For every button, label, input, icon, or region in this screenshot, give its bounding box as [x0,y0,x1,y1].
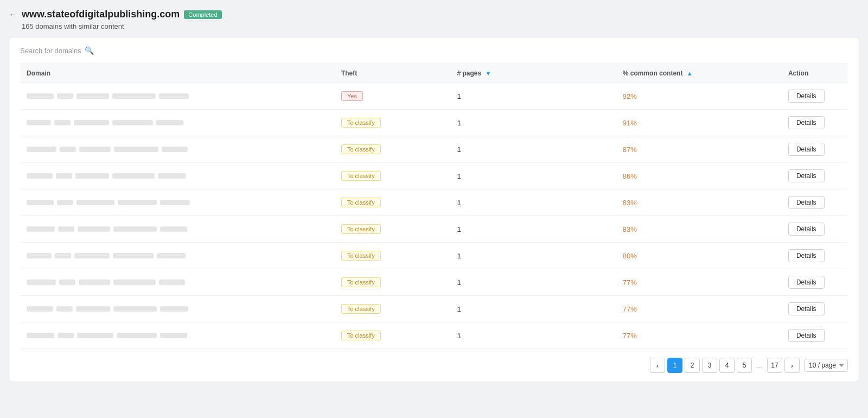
theft-badge-classify: To classify [341,171,381,181]
theft-cell: To classify [335,189,451,216]
blur-block [27,147,56,152]
table-row: To classify177%Details [20,296,848,322]
theft-cell: To classify [335,243,451,269]
blur-block [113,226,157,232]
common-pct-value: 92% [623,92,637,100]
common-pct-value: 77% [623,305,637,313]
details-button[interactable]: Details [788,249,825,262]
blur-block [157,253,186,258]
details-button[interactable]: Details [788,196,825,209]
main-card: Search for domains 🔍 Domain Theft # page… [9,37,859,382]
pages-cell: 1 [451,189,616,216]
blur-block [76,200,114,205]
action-cell: Details [782,189,848,216]
blur-block [117,333,157,338]
action-cell: Details [782,136,848,163]
pages-cell: 1 [451,216,616,243]
blur-block [27,173,53,179]
status-badge: Completed [184,10,221,19]
domain-cell [20,322,335,349]
blur-block [58,226,74,232]
pages-cell: 1 [451,136,616,163]
theft-cell: Yes [335,83,451,110]
blur-block [74,120,109,125]
blur-block [55,253,71,258]
blur-block [160,200,190,205]
blur-block [27,93,54,99]
pagination-dots: ... [754,362,765,370]
pages-cell: 1 [451,163,616,189]
blur-block [78,226,110,232]
common-pct-value: 87% [623,145,637,154]
next-page-button[interactable]: › [784,358,800,373]
blur-block [79,147,111,152]
theft-badge-classify: To classify [341,224,381,234]
domain-cell [20,216,335,243]
domain-cell [20,243,335,269]
col-header-action: Action [782,64,848,83]
page-button-3[interactable]: 3 [702,358,717,373]
details-button[interactable]: Details [788,143,825,156]
blur-block [112,120,153,125]
search-bar: Search for domains 🔍 [20,46,848,55]
theft-badge-classify: To classify [341,198,381,207]
common-content-cell: 86% [616,163,782,189]
page-button-4[interactable]: 4 [719,358,735,373]
blur-block [113,306,157,312]
theft-cell: To classify [335,322,451,349]
details-button[interactable]: Details [788,276,825,289]
blur-block [159,280,185,285]
action-cell: Details [782,296,848,322]
blur-block [27,333,54,338]
blur-block [27,253,52,258]
table-header: Domain Theft # pages ▼ % common content … [20,64,848,83]
common-content-cell: 92% [616,83,782,110]
page-button-17[interactable]: 17 [767,358,782,373]
per-page-select[interactable]: 10 / page 20 / page 50 / page [804,359,848,372]
theft-badge-classify: To classify [341,144,381,154]
common-pct-value: 77% [623,278,637,287]
common-pct-value: 77% [623,332,637,340]
details-button[interactable]: Details [788,169,825,182]
search-placeholder-text: Search for domains [20,47,81,55]
blur-block [113,280,156,285]
details-button[interactable]: Details [788,329,825,342]
blur-block [60,147,76,152]
domain-cell [20,296,335,322]
table-row: To classify186%Details [20,163,848,189]
page-button-2[interactable]: 2 [685,358,700,373]
theft-badge-classify: To classify [341,304,381,314]
page-button-1[interactable]: 1 [667,358,682,373]
table-body: Yes192%Details To classify191%Details To… [20,83,848,349]
details-button[interactable]: Details [788,90,825,103]
common-pct-value: 91% [623,119,637,127]
blur-block [114,147,158,152]
col-header-theft: Theft [335,64,451,83]
page-button-5[interactable]: 5 [737,358,752,373]
domain-cell [20,163,335,189]
common-content-cell: 87% [616,136,782,163]
back-button[interactable]: ← [9,10,17,20]
domains-table: Domain Theft # pages ▼ % common content … [20,64,848,349]
blur-block [112,93,156,99]
theft-cell: To classify [335,269,451,296]
common-content-cell: 83% [616,189,782,216]
blur-block [156,120,183,125]
prev-page-button[interactable]: ‹ [650,358,665,373]
domain-cell [20,110,335,136]
theft-cell: To classify [335,163,451,189]
col-header-common[interactable]: % common content ▲ [616,64,782,83]
details-button[interactable]: Details [788,302,825,315]
action-cell: Details [782,110,848,136]
pages-cell: 1 [451,296,616,322]
details-button[interactable]: Details [788,223,825,236]
details-button[interactable]: Details [788,116,825,129]
theft-cell: To classify [335,296,451,322]
domain-cell [20,269,335,296]
action-cell: Details [782,216,848,243]
col-header-pages[interactable]: # pages ▼ [451,64,616,83]
blur-block [56,306,73,312]
theft-badge-classify: To classify [341,118,381,128]
common-content-cell: 77% [616,269,782,296]
blur-block [54,120,71,125]
